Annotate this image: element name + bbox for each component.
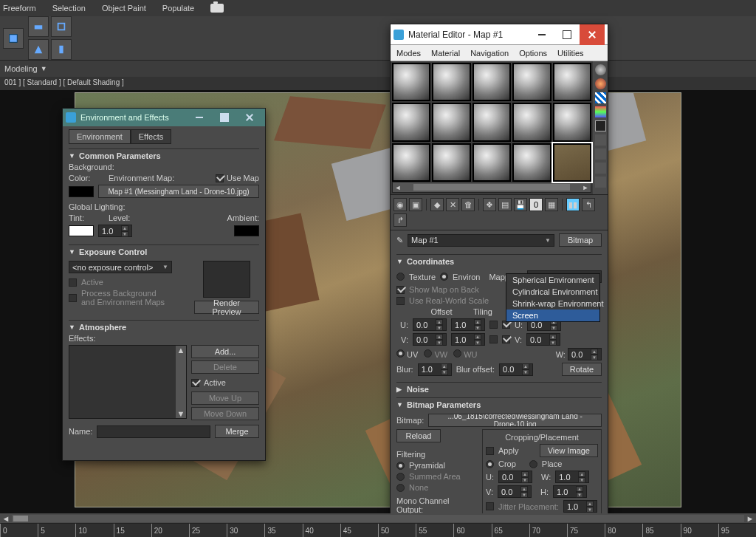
rollout-bitmap-params[interactable]: ▼Bitmap Parameters [396, 397, 602, 411]
camera-icon[interactable] [210, 4, 224, 13]
sample-uv-icon[interactable] [595, 106, 606, 117]
sample-slot[interactable] [512, 143, 551, 182]
menu-utilities[interactable]: Utilities [557, 49, 583, 58]
menu-populate[interactable]: Populate [162, 4, 194, 13]
maximize-icon[interactable] [554, 24, 580, 45]
sample-slot[interactable] [512, 103, 551, 141]
v-tile-checkbox[interactable] [502, 335, 510, 343]
ribbon-tool-c-icon[interactable] [51, 16, 72, 37]
crop-u-spinner[interactable]: 0.0▲▼ [498, 471, 532, 483]
u-mirror-checkbox[interactable] [489, 321, 498, 329]
tab-environment[interactable]: Environment [69, 129, 131, 144]
sample-slot[interactable] [392, 63, 430, 101]
backlight-icon[interactable] [595, 78, 606, 89]
material-id-icon[interactable] [595, 163, 606, 174]
filter-summed-radio[interactable] [396, 473, 405, 481]
modeling-bar[interactable]: Modeling ▼ [0, 61, 756, 77]
rotate-button[interactable]: Rotate [562, 363, 602, 376]
ribbon-tool-d-icon[interactable] [28, 39, 49, 60]
eyedropper-icon[interactable]: ✎ [396, 236, 403, 245]
crop-h-spinner[interactable]: 1.0▲▼ [553, 485, 587, 498]
u-offset-spinner[interactable]: 0.0▲▼ [413, 318, 447, 331]
blur-spinner[interactable]: 1.0▲▼ [418, 363, 452, 376]
make-unique-icon[interactable]: ❖ [483, 198, 496, 211]
view-image-button[interactable]: View Image [540, 444, 598, 457]
filter-none-radio[interactable] [396, 484, 405, 492]
get-material-icon[interactable]: ◉ [394, 198, 407, 211]
menu-selection[interactable]: Selection [52, 4, 86, 13]
timeline-scrollbar[interactable]: ◄ ► [0, 513, 756, 524]
v-offset-spinner[interactable]: 0.0▲▼ [413, 333, 447, 346]
go-parent-icon[interactable]: ↰ [582, 198, 595, 211]
sample-type-icon[interactable] [595, 64, 606, 75]
menu-options[interactable]: Options [519, 49, 547, 58]
video-check-icon[interactable] [595, 120, 606, 131]
sample-slot[interactable] [472, 63, 511, 101]
u-tiling-spinner[interactable]: 1.0▲▼ [451, 318, 485, 331]
bg-color-swatch[interactable] [69, 186, 94, 197]
menu-modes[interactable]: Modes [396, 49, 421, 58]
env-map-button[interactable]: Map #1 (Messingham Land - Drone-10.jpg) [98, 185, 259, 198]
sample-slot[interactable] [512, 63, 551, 101]
options-icon[interactable] [595, 134, 606, 146]
save-icon[interactable]: 💾 [514, 198, 527, 211]
env-titlebar[interactable]: Environment and Effects [63, 109, 265, 126]
tab-effects[interactable]: Effects [131, 129, 171, 144]
bitmap-path-button[interactable]: ...06_1815\corrected\Messingham Land - D… [428, 414, 602, 427]
sample-slot[interactable] [392, 143, 430, 182]
maximize-icon[interactable] [212, 109, 237, 126]
tint-swatch[interactable] [69, 225, 94, 236]
menu-object-paint[interactable]: Object Paint [102, 4, 146, 13]
minimize-icon[interactable] [529, 24, 554, 45]
material-type-button[interactable]: Bitmap [559, 233, 602, 247]
close-icon[interactable] [237, 109, 262, 126]
menu-material[interactable]: Material [431, 49, 460, 58]
ribbon-tool-e-icon[interactable] [51, 39, 72, 60]
v-mirror-checkbox[interactable] [489, 335, 498, 343]
crop-v-spinner[interactable]: 0.0▲▼ [498, 485, 532, 498]
ribbon-tool-a-icon[interactable] [3, 28, 24, 49]
v-angle-spinner[interactable]: 0.0▲▼ [526, 333, 560, 346]
render-preview-button[interactable]: Render Preview [194, 301, 259, 314]
reset-map-icon[interactable]: ✕ [446, 198, 459, 211]
menu-freeform[interactable]: Freeform [3, 4, 36, 13]
delete-icon[interactable]: 🗑 [461, 198, 475, 211]
mapping-option-screen[interactable]: Screen [506, 309, 599, 321]
rollout-noise[interactable]: ▶Noise [396, 382, 602, 396]
sample-slot[interactable] [472, 143, 511, 182]
wu-radio[interactable] [453, 349, 461, 358]
texture-radio[interactable] [396, 273, 405, 281]
sample-slot[interactable] [392, 103, 430, 141]
samples-h-scrollbar[interactable]: ◄► [392, 182, 591, 193]
sample-slot[interactable] [432, 143, 470, 182]
mapping-option-spherical[interactable]: Spherical Environment [506, 274, 599, 286]
reload-button[interactable]: Reload [396, 429, 441, 442]
rollout-exposure[interactable]: ▼Exposure Control [69, 244, 259, 259]
scroll-right-icon[interactable]: ► [744, 514, 756, 523]
maximize-samples-icon[interactable] [595, 177, 606, 188]
minimize-icon[interactable] [187, 109, 212, 126]
sample-slot[interactable] [472, 103, 511, 141]
add-effect-button[interactable]: Add... [191, 345, 259, 358]
crop-radio[interactable] [486, 460, 494, 468]
sample-slot[interactable] [553, 103, 591, 141]
effects-listbox[interactable]: ▲▼ [69, 345, 187, 419]
mapping-option-cylindrical[interactable]: Cylindrical Environment [506, 286, 599, 298]
menu-navigation[interactable]: Navigation [470, 49, 509, 58]
sample-slot[interactable] [432, 103, 470, 141]
select-by-mat-icon[interactable] [595, 148, 606, 160]
rollout-coordinates[interactable]: ▼Coordinates [396, 254, 602, 268]
rollout-atmosphere[interactable]: ▼Atmosphere [69, 320, 259, 334]
material-id-0-icon[interactable]: 0 [529, 198, 543, 211]
use-map-checkbox[interactable] [216, 174, 224, 182]
show-map-icon[interactable]: ▦ [545, 198, 558, 211]
effect-active-checkbox[interactable] [191, 379, 199, 387]
place-radio[interactable] [529, 460, 537, 468]
scroll-left-icon[interactable]: ◄ [0, 514, 12, 523]
mapping-option-shrinkwrap[interactable]: Shrink-wrap Environment [506, 298, 599, 309]
put-to-scene-icon[interactable]: ▣ [409, 198, 422, 211]
w-angle-spinner[interactable]: 0.0▲▼ [568, 348, 602, 360]
pattern-icon[interactable] [595, 92, 606, 103]
show-end-result-icon[interactable]: ▮▮ [566, 198, 580, 211]
crop-w-spinner[interactable]: 1.0▲▼ [555, 471, 589, 483]
